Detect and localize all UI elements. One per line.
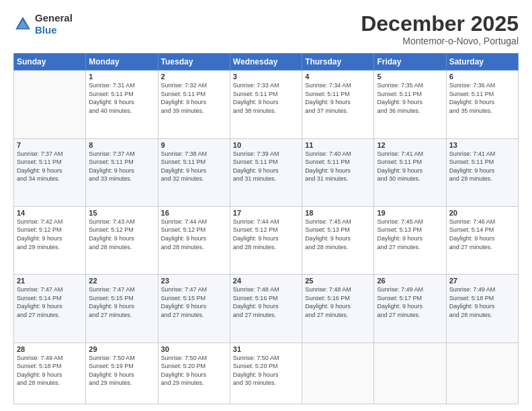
cell-content: Sunrise: 7:48 AM Sunset: 5:16 PM Dayligh… [233, 285, 299, 319]
cell-content: Sunrise: 7:39 AM Sunset: 5:11 PM Dayligh… [233, 150, 299, 183]
week-row-1: 1Sunrise: 7:31 AM Sunset: 5:11 PM Daylig… [14, 71, 519, 138]
calendar-cell: 7Sunrise: 7:37 AM Sunset: 5:11 PM Daylig… [14, 138, 86, 206]
cell-content: Sunrise: 7:41 AM Sunset: 5:11 PM Dayligh… [377, 150, 443, 183]
day-number: 29 [89, 345, 154, 353]
header-day-saturday: Saturday [446, 54, 518, 71]
cell-content: Sunrise: 7:49 AM Sunset: 5:17 PM Dayligh… [377, 285, 443, 319]
logo-blue: Blue [35, 24, 73, 36]
calendar-cell: 26Sunrise: 7:49 AM Sunset: 5:17 PM Dayli… [374, 275, 446, 342]
calendar-cell: 17Sunrise: 7:44 AM Sunset: 5:12 PM Dayli… [230, 206, 302, 274]
calendar-cell: 11Sunrise: 7:40 AM Sunset: 5:11 PM Dayli… [302, 138, 374, 206]
day-number: 30 [161, 345, 227, 353]
calendar-cell: 5Sunrise: 7:35 AM Sunset: 5:11 PM Daylig… [374, 71, 446, 138]
calendar-cell: 22Sunrise: 7:47 AM Sunset: 5:15 PM Dayli… [86, 275, 158, 342]
day-number: 28 [17, 345, 83, 353]
header-row: SundayMondayTuesdayWednesdayThursdayFrid… [14, 54, 519, 71]
cell-content: Sunrise: 7:48 AM Sunset: 5:16 PM Dayligh… [305, 285, 371, 319]
day-number: 21 [17, 277, 83, 285]
cell-content: Sunrise: 7:37 AM Sunset: 5:11 PM Dayligh… [89, 150, 154, 183]
day-number: 24 [233, 277, 299, 285]
day-number: 15 [89, 209, 154, 217]
cell-content: Sunrise: 7:41 AM Sunset: 5:11 PM Dayligh… [449, 150, 515, 183]
day-number: 16 [161, 209, 227, 217]
calendar-cell: 23Sunrise: 7:47 AM Sunset: 5:15 PM Dayli… [158, 275, 230, 342]
calendar-cell [374, 342, 446, 404]
cell-content: Sunrise: 7:49 AM Sunset: 5:18 PM Dayligh… [449, 285, 515, 319]
calendar-cell: 20Sunrise: 7:46 AM Sunset: 5:14 PM Dayli… [446, 206, 518, 274]
day-number: 4 [305, 73, 371, 81]
header-day-monday: Monday [86, 54, 158, 71]
day-number: 12 [377, 141, 443, 149]
calendar-table: SundayMondayTuesdayWednesdayThursdayFrid… [13, 53, 519, 404]
day-number: 9 [161, 141, 227, 149]
day-number: 31 [233, 345, 299, 353]
cell-content: Sunrise: 7:44 AM Sunset: 5:12 PM Dayligh… [161, 218, 227, 251]
title-block: December 2025 Montemor-o-Novo, Portugal [361, 12, 519, 46]
calendar-cell [446, 342, 518, 404]
day-number: 19 [377, 209, 443, 217]
logo-general: General [35, 12, 73, 24]
calendar-cell: 2Sunrise: 7:32 AM Sunset: 5:11 PM Daylig… [158, 71, 230, 138]
cell-content: Sunrise: 7:40 AM Sunset: 5:11 PM Dayligh… [305, 150, 371, 183]
week-row-5: 28Sunrise: 7:49 AM Sunset: 5:18 PM Dayli… [14, 342, 519, 404]
cell-content: Sunrise: 7:45 AM Sunset: 5:13 PM Dayligh… [305, 218, 371, 251]
calendar-cell: 31Sunrise: 7:50 AM Sunset: 5:20 PM Dayli… [230, 342, 302, 404]
day-number: 2 [161, 73, 227, 81]
calendar-cell: 8Sunrise: 7:37 AM Sunset: 5:11 PM Daylig… [86, 138, 158, 206]
calendar-cell: 19Sunrise: 7:45 AM Sunset: 5:13 PM Dayli… [374, 206, 446, 274]
cell-content: Sunrise: 7:38 AM Sunset: 5:11 PM Dayligh… [161, 150, 227, 183]
week-row-2: 7Sunrise: 7:37 AM Sunset: 5:11 PM Daylig… [14, 138, 519, 206]
calendar-cell: 30Sunrise: 7:50 AM Sunset: 5:20 PM Dayli… [158, 342, 230, 404]
logo-icon [13, 15, 32, 34]
header-day-wednesday: Wednesday [230, 54, 302, 71]
week-row-3: 14Sunrise: 7:42 AM Sunset: 5:12 PM Dayli… [14, 206, 519, 274]
calendar-cell: 12Sunrise: 7:41 AM Sunset: 5:11 PM Dayli… [374, 138, 446, 206]
header-day-thursday: Thursday [302, 54, 374, 71]
calendar-cell: 4Sunrise: 7:34 AM Sunset: 5:11 PM Daylig… [302, 71, 374, 138]
day-number: 5 [377, 73, 443, 81]
calendar-cell: 24Sunrise: 7:48 AM Sunset: 5:16 PM Dayli… [230, 275, 302, 342]
header-day-tuesday: Tuesday [158, 54, 230, 71]
calendar-cell: 1Sunrise: 7:31 AM Sunset: 5:11 PM Daylig… [86, 71, 158, 138]
cell-content: Sunrise: 7:50 AM Sunset: 5:20 PM Dayligh… [233, 354, 299, 387]
logo-text: General Blue [35, 12, 73, 36]
cell-content: Sunrise: 7:49 AM Sunset: 5:18 PM Dayligh… [17, 354, 83, 387]
cell-content: Sunrise: 7:31 AM Sunset: 5:11 PM Dayligh… [89, 81, 154, 115]
cell-content: Sunrise: 7:42 AM Sunset: 5:12 PM Dayligh… [17, 218, 83, 251]
month-title: December 2025 [361, 12, 519, 36]
day-number: 18 [305, 209, 371, 217]
day-number: 7 [17, 141, 83, 149]
calendar-cell: 25Sunrise: 7:48 AM Sunset: 5:16 PM Dayli… [302, 275, 374, 342]
day-number: 14 [17, 209, 83, 217]
header: General Blue December 2025 Montemor-o-No… [13, 12, 519, 46]
day-number: 1 [89, 73, 154, 81]
calendar-cell: 15Sunrise: 7:43 AM Sunset: 5:12 PM Dayli… [86, 206, 158, 274]
day-number: 27 [449, 277, 515, 285]
cell-content: Sunrise: 7:43 AM Sunset: 5:12 PM Dayligh… [89, 218, 154, 251]
day-number: 17 [233, 209, 299, 217]
cell-content: Sunrise: 7:37 AM Sunset: 5:11 PM Dayligh… [17, 150, 83, 183]
day-number: 13 [449, 141, 515, 149]
cell-content: Sunrise: 7:50 AM Sunset: 5:19 PM Dayligh… [89, 354, 154, 387]
day-number: 6 [449, 73, 515, 81]
cell-content: Sunrise: 7:47 AM Sunset: 5:14 PM Dayligh… [17, 285, 83, 319]
cell-content: Sunrise: 7:47 AM Sunset: 5:15 PM Dayligh… [161, 285, 227, 319]
cell-content: Sunrise: 7:50 AM Sunset: 5:20 PM Dayligh… [161, 354, 227, 387]
calendar-cell: 3Sunrise: 7:33 AM Sunset: 5:11 PM Daylig… [230, 71, 302, 138]
calendar-cell: 18Sunrise: 7:45 AM Sunset: 5:13 PM Dayli… [302, 206, 374, 274]
calendar-cell [14, 71, 86, 138]
header-day-friday: Friday [374, 54, 446, 71]
cell-content: Sunrise: 7:33 AM Sunset: 5:11 PM Dayligh… [233, 81, 299, 115]
week-row-4: 21Sunrise: 7:47 AM Sunset: 5:14 PM Dayli… [14, 275, 519, 342]
day-number: 23 [161, 277, 227, 285]
calendar-page: General Blue December 2025 Montemor-o-No… [0, 0, 532, 411]
day-number: 3 [233, 73, 299, 81]
day-number: 26 [377, 277, 443, 285]
calendar-cell [302, 342, 374, 404]
calendar-cell: 9Sunrise: 7:38 AM Sunset: 5:11 PM Daylig… [158, 138, 230, 206]
day-number: 10 [233, 141, 299, 149]
day-number: 11 [305, 141, 371, 149]
day-number: 8 [89, 141, 154, 149]
calendar-cell: 28Sunrise: 7:49 AM Sunset: 5:18 PM Dayli… [14, 342, 86, 404]
calendar-cell: 29Sunrise: 7:50 AM Sunset: 5:19 PM Dayli… [86, 342, 158, 404]
